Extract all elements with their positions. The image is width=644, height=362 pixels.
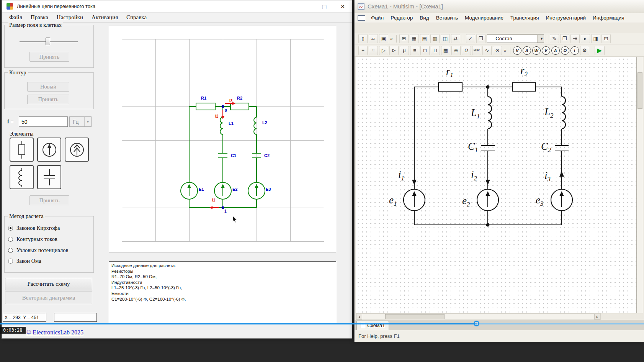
vector-diagram-button[interactable]: Векторная диаграмма: [5, 292, 92, 304]
electromech-group-icon[interactable]: ⊗: [493, 46, 502, 55]
current-source-icon: [68, 141, 86, 159]
electronicslab-link[interactable]: © ElectronicsLab 2025: [26, 329, 83, 336]
contour-accept-button[interactable]: Принять: [27, 95, 69, 104]
schematic-canvas[interactable]: R1 R2 I3 0 I2 L1 L2 C1 C2 E1 E2 E3 I1 1: [109, 26, 336, 252]
tab-schema1[interactable]: Схема1: [356, 321, 389, 330]
ttl-group-icon[interactable]: ≡: [410, 46, 419, 55]
frequency-unit-combo[interactable]: Гц ▼: [69, 116, 92, 127]
report-icon[interactable]: ▥: [430, 34, 440, 43]
menu-view[interactable]: Вид: [416, 14, 432, 22]
basic-group-icon[interactable]: ≈: [369, 46, 378, 55]
multisim-sheet[interactable]: r1 r2 L1 L2 C1 C2 i1 i2 i3 e1 e2 e3: [356, 57, 637, 313]
grid-size-accept-button[interactable]: Принять: [29, 52, 69, 62]
analog-group-icon[interactable]: µ: [400, 46, 409, 55]
multisim-status-bar: For Help, press F1: [355, 330, 644, 342]
document-icon: [358, 15, 365, 21]
video-seek-bar[interactable]: [0, 323, 644, 324]
target-icon[interactable]: ⊡: [602, 34, 611, 43]
source-icon: [41, 141, 58, 159]
diode-group-icon[interactable]: ▷: [379, 46, 388, 55]
method-option-loop-currents[interactable]: Контурных токов: [8, 236, 57, 242]
misc-digital-group-icon[interactable]: ⊔: [431, 46, 440, 55]
panel-icon[interactable]: ◨: [591, 34, 600, 43]
contour-new-button[interactable]: Новый: [27, 82, 69, 92]
copy-pages-icon[interactable]: ❐: [476, 34, 485, 43]
menu-edit[interactable]: Правка: [26, 13, 52, 22]
horizontal-scrollbar-thumb[interactable]: [385, 314, 445, 319]
misc-group-icon[interactable]: MISC: [472, 46, 481, 55]
vertical-scrollbar[interactable]: [637, 57, 643, 313]
menu-edit[interactable]: Редактор: [387, 14, 416, 22]
minimize-button[interactable]: –: [297, 0, 315, 12]
menu-file[interactable]: Файл: [368, 14, 387, 22]
menu-tools[interactable]: Инструментарий: [543, 14, 589, 22]
run-small-icon[interactable]: ▸: [581, 34, 590, 43]
sources-group-icon[interactable]: ÷: [358, 46, 368, 55]
rf-group-icon[interactable]: ∿: [482, 46, 492, 55]
table-icon[interactable]: ▤: [420, 34, 429, 43]
toolbar-overflow-chevron[interactable]: »: [389, 36, 394, 41]
element-current-source-button[interactable]: [65, 138, 89, 162]
power-group-icon[interactable]: Ω: [462, 46, 471, 55]
element-capacitor-button[interactable]: [37, 165, 61, 189]
scroll-right-icon[interactable]: ▸: [594, 314, 600, 319]
video-seek-handle[interactable]: [474, 321, 479, 326]
grid-size-slider-thumb[interactable]: [46, 38, 50, 45]
indicator-group-icon[interactable]: ⊕: [451, 46, 461, 55]
scroll-left-icon[interactable]: ◂: [356, 314, 362, 319]
in-use-list-combo[interactable]: --- Состав --- ▼: [487, 34, 544, 43]
close-button[interactable]: ✕: [333, 0, 352, 12]
element-inductor-button[interactable]: [10, 165, 34, 189]
app-icon: [7, 3, 13, 10]
menu-transfer[interactable]: Трансляция: [507, 14, 543, 22]
export-icon[interactable]: ⇥: [570, 34, 580, 43]
check-icon[interactable]: ✓: [466, 34, 475, 43]
menu-activation[interactable]: Активация: [87, 13, 122, 22]
mixed-group-icon[interactable]: ▦: [441, 46, 450, 55]
ammeter-icon[interactable]: A: [523, 46, 531, 55]
spreadsheet-icon[interactable]: ▦: [410, 34, 419, 43]
grid-icon[interactable]: ⊞: [399, 34, 409, 43]
menu-settings[interactable]: Настройки: [52, 13, 87, 22]
ammeter-2-icon[interactable]: A: [551, 46, 560, 55]
maximize-button[interactable]: ▢: [315, 0, 333, 12]
transfer-icon[interactable]: ⇄: [451, 34, 460, 43]
menu-help[interactable]: Справка: [122, 13, 151, 22]
element-resistor-button[interactable]: [10, 138, 34, 162]
horizontal-scrollbar[interactable]: ◂ ▸: [356, 313, 601, 320]
voltmeter-icon[interactable]: V: [513, 46, 521, 55]
title-bar[interactable]: Линейные цепи переменного тока – ▢ ✕: [2, 0, 352, 13]
new-file-icon[interactable]: ▯: [358, 34, 368, 43]
menu-info[interactable]: Информация: [589, 14, 628, 22]
gear-icon[interactable]: ⚙: [580, 46, 589, 55]
elements-accept-button[interactable]: Принять: [29, 195, 69, 205]
menu-insert[interactable]: Вставить: [433, 14, 461, 22]
open-file-icon[interactable]: ▱: [369, 34, 378, 43]
method-option-ohm-law[interactable]: Закон Ома: [8, 258, 41, 264]
menu-file[interactable]: Файл: [5, 13, 26, 22]
cmos-group-icon[interactable]: ⊓: [420, 46, 430, 55]
run-simulation-button[interactable]: ▶: [595, 46, 605, 55]
toolbar-overflow-chevron[interactable]: »: [503, 48, 507, 53]
ohmmeter-icon[interactable]: Ω: [561, 46, 569, 55]
voltmeter-2-icon[interactable]: V: [542, 46, 550, 55]
duplicate-icon[interactable]: ❐: [560, 34, 569, 43]
save-icon[interactable]: ▣: [379, 34, 388, 43]
element-source-button[interactable]: [37, 138, 61, 162]
chevron-down-icon: ▼: [537, 35, 544, 43]
timer-icon[interactable]: t: [570, 46, 579, 55]
vertical-scrollbar-thumb[interactable]: [637, 72, 642, 109]
calculate-button[interactable]: Рассчитать схему: [5, 278, 92, 290]
wattmeter-icon[interactable]: W: [532, 46, 541, 55]
views-icon[interactable]: ◫: [441, 34, 450, 43]
info-line: C1=200·10^(-6) Ф, C2=100·10^(-6) Ф.: [111, 296, 333, 302]
frequency-input[interactable]: 50: [19, 116, 68, 127]
menu-simulation[interactable]: Моделирование: [461, 14, 507, 22]
label-node0: 0: [225, 109, 227, 113]
method-option-kirchhoff[interactable]: Законов Кирхгофа: [8, 225, 60, 231]
method-option-node-potentials[interactable]: Узловых потенциалов: [8, 247, 68, 254]
transistor-group-icon[interactable]: ⊳: [389, 46, 399, 55]
mouse-cursor: [232, 215, 238, 223]
edit-icon[interactable]: ✎: [550, 34, 559, 43]
multisim-title-bar[interactable]: Схема1 - Multisim - [Схема1]: [355, 0, 644, 13]
